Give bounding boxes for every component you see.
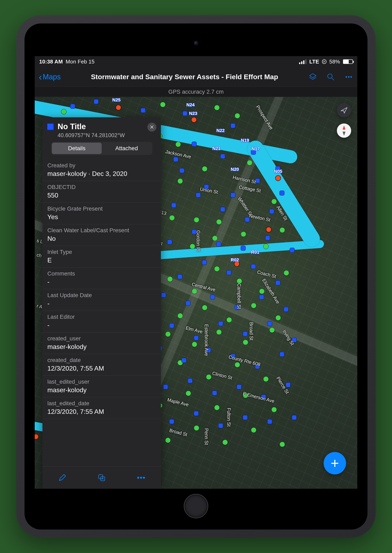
asset-blue-square[interactable] (280, 191, 284, 195)
asset-green-dot[interactable] (178, 313, 183, 318)
asset-green-dot[interactable] (212, 236, 217, 241)
asset-blue-square[interactable] (243, 415, 247, 420)
asset-green-dot[interactable] (206, 374, 211, 380)
asset-blue-square[interactable] (267, 419, 272, 424)
asset-blue-square[interactable] (269, 209, 274, 214)
asset-blue-square[interactable] (292, 415, 296, 420)
asset-blue-square[interactable] (171, 203, 176, 207)
asset-green-dot[interactable] (165, 332, 170, 337)
asset-blue-square[interactable] (280, 352, 284, 357)
asset-green-dot[interactable] (235, 113, 240, 118)
asset-green-dot[interactable] (263, 376, 268, 382)
asset-green-dot[interactable] (192, 289, 197, 294)
asset-blue-square[interactable] (218, 321, 223, 326)
asset-green-dot[interactable] (178, 179, 183, 184)
asset-green-dot[interactable] (235, 362, 240, 367)
asset-blue-square[interactable] (267, 321, 272, 326)
asset-green-dot[interactable] (190, 244, 195, 249)
asset-blue-square[interactable] (284, 307, 288, 311)
locate-me-button[interactable] (337, 103, 351, 117)
asset-blue-square[interactable] (221, 154, 225, 159)
asset-green-dot[interactable] (194, 217, 199, 222)
asset-blue-square[interactable] (217, 242, 221, 246)
asset-green-dot[interactable] (272, 407, 277, 412)
panel-more-button[interactable] (134, 470, 148, 485)
asset-green-dot[interactable] (251, 428, 256, 433)
asset-green-dot[interactable] (280, 228, 285, 233)
asset-green-dot[interactable] (251, 303, 256, 308)
asset-blue-square[interactable] (192, 142, 196, 146)
asset-green-dot[interactable] (280, 442, 285, 447)
asset-blue-square[interactable] (218, 423, 223, 428)
asset-green-dot[interactable] (186, 391, 191, 396)
copy-feature-button[interactable] (95, 470, 109, 485)
asset-green-dot[interactable] (263, 244, 268, 249)
asset-green-dot[interactable] (160, 102, 165, 107)
asset-green-dot[interactable] (169, 215, 175, 220)
asset-green-dot[interactable] (165, 438, 170, 443)
asset-green-dot[interactable] (194, 425, 199, 431)
asset-red-dot[interactable] (276, 176, 280, 180)
asset-blue-square[interactable] (290, 248, 294, 252)
asset-blue-square[interactable] (70, 104, 75, 109)
asset-green-dot[interactable] (192, 342, 197, 347)
add-feature-button[interactable]: + (324, 452, 346, 474)
asset-blue-square[interactable] (182, 358, 186, 363)
asset-green-dot[interactable] (243, 340, 248, 345)
asset-green-dot[interactable] (217, 219, 222, 224)
asset-blue-square[interactable] (94, 99, 98, 104)
asset-blue-square[interactable] (221, 207, 225, 212)
asset-blue-square[interactable] (169, 419, 174, 424)
panel-body[interactable]: Created by maser-kolody · Dec 3, 2020 OB… (42, 157, 161, 466)
asset-blue-square[interactable] (231, 193, 235, 197)
asset-green-dot[interactable] (247, 160, 252, 165)
asset-blue-square[interactable] (212, 391, 217, 395)
asset-blue-square[interactable] (194, 411, 198, 416)
home-button[interactable] (184, 494, 208, 518)
asset-green-dot[interactable] (214, 405, 219, 410)
asset-blue-square[interactable] (196, 193, 201, 197)
asset-blue-square[interactable] (266, 236, 270, 240)
asset-green-dot[interactable] (214, 266, 219, 271)
asset-blue-square[interactable] (243, 332, 247, 336)
asset-blue-square[interactable] (186, 301, 190, 305)
tab-details[interactable]: Details (52, 143, 102, 154)
asset-green-dot[interactable] (272, 199, 277, 204)
asset-blue-square[interactable] (163, 385, 168, 389)
asset-green-dot[interactable] (241, 232, 246, 237)
asset-green-dot[interactable] (269, 327, 275, 333)
asset-blue-square[interactable] (231, 124, 235, 128)
asset-blue-square[interactable] (178, 275, 182, 279)
asset-green-dot[interactable] (202, 166, 207, 171)
asset-green-dot[interactable] (259, 289, 264, 294)
asset-blue-square[interactable] (180, 168, 184, 173)
asset-green-dot[interactable] (223, 440, 228, 445)
more-button[interactable] (344, 72, 353, 81)
panel-close-button[interactable]: ✕ (147, 123, 156, 132)
asset-blue-square[interactable] (210, 295, 215, 299)
asset-blue-square[interactable] (276, 281, 280, 285)
asset-blue-square[interactable] (237, 385, 241, 389)
layers-button[interactable] (308, 72, 317, 81)
tab-attached[interactable]: Attached (102, 143, 152, 154)
compass-button[interactable] (337, 124, 351, 138)
asset-blue-square[interactable] (174, 157, 178, 162)
asset-blue-square[interactable] (169, 324, 174, 328)
asset-blue-square[interactable] (194, 336, 198, 340)
asset-green-dot[interactable] (202, 305, 207, 310)
asset-green-dot[interactable] (227, 317, 232, 322)
edit-feature-button[interactable] (55, 470, 70, 485)
asset-green-dot[interactable] (168, 276, 173, 282)
asset-green-dot[interactable] (276, 315, 281, 320)
asset-blue-square[interactable] (251, 264, 256, 269)
asset-blue-square[interactable] (183, 111, 187, 116)
asset-blue-square[interactable] (168, 240, 172, 244)
asset-blue-square[interactable] (202, 260, 207, 265)
asset-blue-square[interactable] (141, 108, 145, 113)
asset-green-dot[interactable] (61, 109, 66, 114)
asset-blue-square[interactable] (259, 295, 264, 299)
asset-blue-square[interactable] (241, 246, 245, 250)
asset-blue-square[interactable] (227, 270, 231, 275)
asset-green-dot[interactable] (214, 105, 219, 110)
asset-red-dot[interactable] (116, 105, 121, 110)
